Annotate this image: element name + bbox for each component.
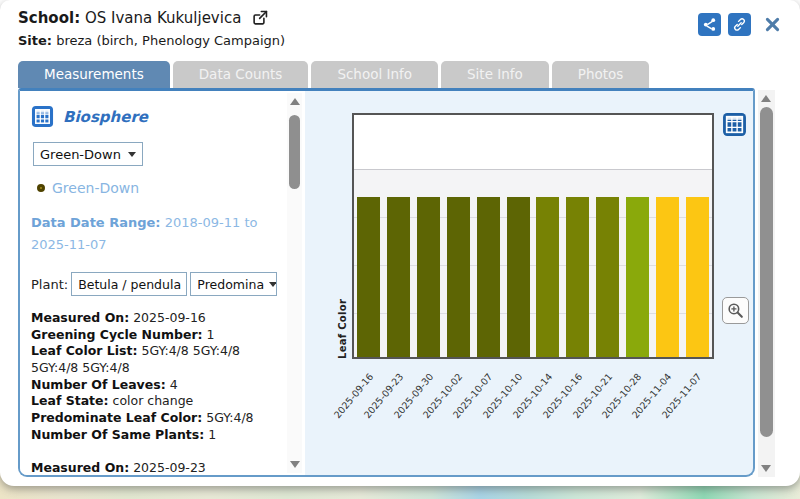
school-label: School: [18, 9, 80, 27]
measurement-record: Measured On: 2025-09-16Greening Cycle Nu… [31, 310, 277, 443]
bar-2025-10-16[interactable] [566, 197, 589, 357]
show-data-table-button[interactable] [722, 112, 747, 141]
dialog-scrollbar-thumb[interactable] [760, 107, 773, 437]
data-date-range: Data Date Range: 2018-09-11 to 2025-11-0… [31, 212, 276, 256]
tab-data-counts[interactable]: Data Counts [173, 61, 309, 88]
tab-school-info[interactable]: School Info [311, 61, 438, 88]
chart-x-axis-labels: 2025-09-162025-09-232025-09-302025-10-02… [352, 363, 714, 423]
chevron-down-icon [128, 152, 136, 157]
protocol-select-value: Green-Down [40, 147, 121, 162]
dialog-scrollbar[interactable] [758, 90, 775, 477]
page: { "colors": { "tab_active": "#6089b3", "… [0, 0, 800, 499]
measurements-tab-panel: Biosphere Green-Down Green-Down Data Dat… [18, 88, 755, 477]
measurement-field: Predominate Leaf Color: 5GY:4/8 [31, 410, 277, 427]
close-icon [764, 16, 781, 33]
site-value: breza (birch, Phenology Campaign) [56, 33, 285, 48]
bar-2025-10-10[interactable] [507, 197, 530, 357]
plant-species-select[interactable]: Betula / pendula [71, 272, 187, 296]
chevron-down-icon [269, 282, 277, 287]
list-scrollbar-thumb[interactable] [289, 115, 300, 189]
table-grid-icon [722, 112, 747, 137]
tab-measurements[interactable]: Measurements [18, 61, 170, 88]
school-title-line: School: OS Ivana Kukuljevica [18, 9, 269, 30]
measurement-field: Number Of Leaves: 4 [31, 377, 277, 394]
close-button[interactable] [762, 15, 782, 35]
external-link-icon[interactable] [252, 9, 269, 30]
list-scrollbar[interactable] [287, 93, 302, 473]
measurement-field: Leaf Color List: 5GY:4/8 5GY:4/8 5GY:4/8… [31, 343, 277, 376]
dialog-actions [698, 13, 782, 36]
table-grid-icon [31, 105, 54, 128]
legend-item: Green-Down [37, 180, 277, 196]
measurement-field: Number Of Same Plants: 1 [31, 427, 277, 444]
measurement-records: Measured On: 2025-09-16Greening Cycle Nu… [31, 310, 277, 475]
site-label: Site: [18, 33, 52, 48]
measurement-field: Leaf State: color change [31, 393, 277, 410]
legend-dot-icon [37, 184, 45, 192]
bar-2025-09-23[interactable] [387, 197, 410, 357]
scroll-up-icon[interactable] [290, 98, 300, 105]
bar-2025-11-04[interactable] [656, 197, 679, 357]
plant-species-value: Betula / pendula [78, 277, 181, 292]
measurement-field: Greening Cycle Number: 1 [31, 327, 277, 344]
tab-photos[interactable]: Photos [552, 61, 650, 88]
protocol-select[interactable]: Green-Down [33, 142, 143, 166]
leaf-color-chart: Leaf Color 2025-09-162025-09-232025-09-3… [352, 113, 714, 423]
plant-label: Plant: [31, 277, 68, 292]
biosphere-header: Biosphere [31, 105, 277, 128]
chevron-down-icon [186, 282, 187, 287]
site-title-line: Site: breza (birch, Phenology Campaign) [18, 33, 285, 48]
chart-plot-area [352, 113, 714, 359]
measurement-record: Measured On: 2025-09-23Greening Cycle Nu… [31, 460, 277, 475]
bar-2025-11-07[interactable] [686, 197, 709, 357]
zoom-in-icon [726, 301, 745, 320]
plant-type-value: Predomina [197, 277, 264, 292]
x-tick-label: 2025-09-16 [321, 371, 376, 433]
bar-2025-09-16[interactable] [357, 197, 380, 357]
bar-2025-10-14[interactable] [536, 197, 559, 357]
scroll-up-icon[interactable] [761, 95, 771, 102]
chart-zoom-button[interactable] [722, 297, 749, 324]
tab-site-info[interactable]: Site Info [441, 61, 549, 88]
link-button[interactable] [728, 13, 751, 36]
link-icon [732, 17, 747, 32]
share-button[interactable] [698, 13, 721, 36]
measurement-field: Measured On: 2025-09-23 [31, 460, 277, 475]
share-nodes-icon [702, 17, 717, 32]
date-range-label: Data Date Range: [31, 215, 161, 230]
scroll-down-icon[interactable] [290, 461, 300, 468]
measurement-field: Measured On: 2025-09-16 [31, 310, 277, 327]
bar-2025-10-21[interactable] [596, 197, 619, 357]
tab-bar: MeasurementsData CountsSchool InfoSite I… [18, 61, 649, 88]
bar-2025-10-28[interactable] [626, 197, 649, 357]
bar-2025-10-02[interactable] [447, 197, 470, 357]
bar-2025-10-07[interactable] [477, 197, 500, 357]
measurements-list-panel: Biosphere Green-Down Green-Down Data Dat… [20, 91, 305, 475]
plant-type-select[interactable]: Predomina [190, 272, 277, 296]
school-name: OS Ivana Kukuljevica [85, 9, 241, 27]
section-title: Biosphere [63, 108, 148, 126]
bar-2025-09-30[interactable] [417, 197, 440, 357]
school-detail-dialog: School: OS Ivana Kukuljevica Site: breza… [0, 0, 800, 486]
chart-y-axis-label: Leaf Color [337, 113, 348, 359]
legend-label: Green-Down [52, 180, 139, 196]
plant-row: Plant: Betula / pendula Predomina [31, 272, 277, 296]
scroll-down-icon[interactable] [761, 465, 771, 472]
